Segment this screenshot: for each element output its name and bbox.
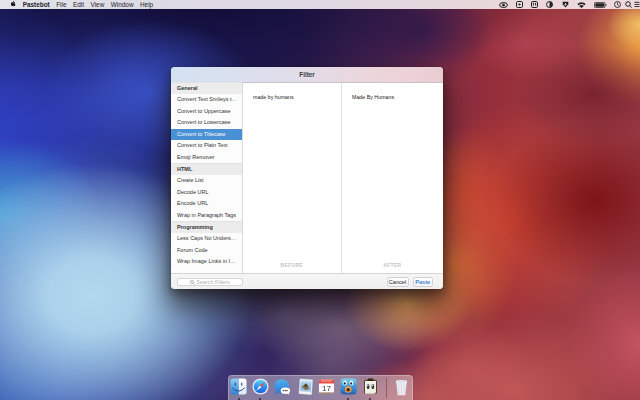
svg-text:17: 17: [322, 383, 331, 392]
